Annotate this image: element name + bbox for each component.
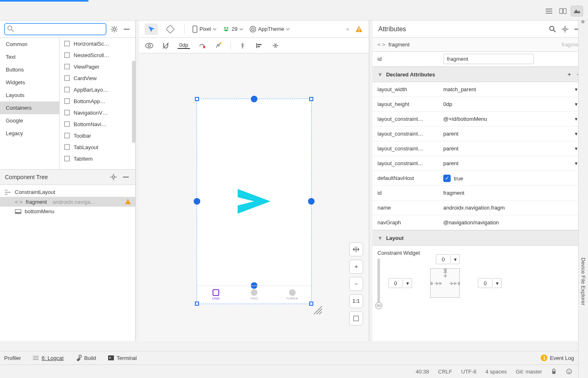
view-options-icon[interactable] (145, 41, 154, 50)
api-dropdown[interactable]: 29 (222, 25, 243, 33)
tree-node[interactable]: bottomMenu (0, 207, 135, 216)
constraint-widget[interactable]: 0▾ (416, 258, 474, 308)
palette-item[interactable]: ViewPager (60, 61, 135, 72)
warning-icon[interactable] (355, 25, 363, 33)
tool-terminal[interactable]: Terminal (108, 355, 137, 361)
chevron-down-icon[interactable]: ▾ (575, 131, 578, 137)
attr-add-icon[interactable]: ＋ (565, 70, 574, 79)
attr-row[interactable]: nameandroidx.navigation.fragm (373, 201, 588, 215)
attr-row[interactable]: layout_height0dp▾ (373, 97, 588, 112)
attr-row[interactable]: layout_constraint…parent▾ (373, 141, 588, 156)
infer-constraints-icon[interactable] (214, 41, 223, 50)
svg-point-82 (569, 371, 570, 371)
side-tab-device-explorer[interactable]: Device File Explorer (579, 254, 588, 309)
svg-rect-24 (65, 110, 69, 115)
svg-point-80 (567, 369, 572, 374)
palette-item[interactable]: HorizontalSc… (60, 38, 135, 49)
status-indent[interactable]: 4 spaces (485, 369, 507, 375)
zoom-reset-icon[interactable]: 1:1 (349, 294, 363, 308)
svg-rect-26 (65, 133, 69, 138)
palette-item[interactable]: TabItem (60, 153, 135, 164)
magnet-icon[interactable] (161, 41, 170, 50)
zoom-fit-icon[interactable] (349, 311, 363, 325)
tool-logcat[interactable]: 6: Logcat (32, 355, 64, 361)
resize-handle-icon[interactable] (312, 304, 323, 315)
palette-minimize-icon[interactable] (122, 25, 131, 34)
status-caret[interactable]: 40:38 (416, 369, 429, 375)
palette-category[interactable]: Buttons (0, 63, 59, 76)
section-toggle-icon[interactable]: ▼ (377, 235, 383, 241)
view-mode-design-icon[interactable] (571, 6, 583, 16)
palette-item[interactable]: TabLayout (60, 141, 135, 153)
palette-category[interactable]: Layouts (0, 89, 59, 101)
pack-icon[interactable] (271, 41, 280, 50)
svg-point-41 (250, 26, 256, 32)
chevron-down-icon[interactable]: ▾ (575, 145, 578, 152)
palette-item[interactable]: NestedScroll… (60, 49, 135, 61)
palette-item[interactable]: NavigationV… (60, 107, 135, 118)
tool-build[interactable]: Build (75, 355, 96, 361)
attr-row[interactable]: navGraph@navigation/navigation (373, 215, 588, 230)
svg-line-61 (319, 311, 322, 314)
chevron-down-icon[interactable]: ▾ (575, 160, 578, 166)
attr-row[interactable]: defaultNavHost✓true (373, 171, 588, 186)
section-toggle-icon[interactable]: ▼ (377, 71, 383, 78)
status-lock-icon[interactable] (551, 369, 557, 374)
palette-category[interactable]: Text (0, 51, 59, 63)
tree-node[interactable]: < >fragmentandroidx.naviga… (0, 197, 135, 207)
attr-row[interactable]: idfragment (373, 186, 588, 201)
device-dropdown[interactable]: Pixel (192, 25, 217, 33)
attr-id-input[interactable]: fragment (443, 54, 534, 64)
surface-select-icon[interactable] (145, 23, 158, 35)
tool-eventlog[interactable]: 1Event Log (541, 355, 574, 361)
guidelines-icon[interactable] (238, 41, 247, 50)
palette-search[interactable] (4, 23, 106, 35)
status-git[interactable]: Git: master (516, 369, 542, 375)
surface-blueprint-icon[interactable] (164, 23, 177, 35)
toolbar-overflow-icon[interactable]: » (346, 26, 349, 32)
cw-left[interactable]: 0▾ (388, 278, 412, 288)
palette-category[interactable]: Common (0, 38, 59, 51)
view-mode-code-icon[interactable] (543, 6, 555, 16)
palette-item[interactable]: Toolbar (60, 130, 135, 141)
chevron-down-icon[interactable]: ▾ (575, 101, 578, 107)
component-tree-minimize-icon[interactable] (121, 173, 130, 182)
palette-item[interactable]: AppBarLayo… (60, 84, 135, 95)
default-margin-input[interactable]: 0dp (178, 42, 190, 49)
zoom-in-icon[interactable]: ＋ (349, 260, 363, 274)
attr-row[interactable]: layout_constraint…parent▾ (373, 127, 588, 141)
chevron-down-icon[interactable]: ▾ (575, 86, 578, 92)
attr-row[interactable]: layout_widthmatch_parent▾ (373, 82, 588, 97)
theme-dropdown[interactable]: AppTheme (249, 25, 290, 33)
component-tree-settings-icon[interactable] (109, 173, 118, 182)
svg-point-6 (8, 26, 12, 30)
chevron-down-icon[interactable]: ▾ (575, 116, 578, 122)
align-icon[interactable] (255, 41, 264, 50)
zoom-out-icon[interactable]: － (349, 277, 363, 291)
palette-item[interactable]: CardView (60, 72, 135, 84)
palette-category[interactable]: Containers (0, 101, 59, 114)
pan-icon[interactable] (349, 242, 363, 256)
svg-line-15 (116, 27, 117, 28)
tool-profiler[interactable]: Profiler (4, 355, 21, 361)
tree-node[interactable]: ConstraintLayout (0, 187, 135, 197)
attr-row[interactable]: layout_constraint…parent▾ (373, 156, 588, 171)
attributes-settings-icon[interactable] (560, 25, 569, 34)
view-mode-split-icon[interactable] (557, 6, 569, 16)
status-encoding[interactable]: UTF-8 (461, 369, 477, 375)
palette-settings-icon[interactable] (110, 25, 119, 34)
palette-item[interactable]: BottomApp… (60, 95, 135, 107)
cw-right[interactable]: 0▾ (478, 278, 502, 288)
bias-slider[interactable]: 50 (377, 258, 380, 308)
status-inspector-icon[interactable] (566, 368, 572, 375)
status-line-sep[interactable]: CRLF (438, 369, 452, 375)
palette-search-input[interactable] (16, 25, 103, 32)
clear-constraints-icon[interactable] (197, 41, 206, 50)
palette-category[interactable]: Widgets (0, 76, 59, 89)
palette-category[interactable]: Legacy (0, 127, 59, 140)
attr-row[interactable]: layout_constraint…@+id/bottomMenu▾ (373, 112, 588, 127)
design-preview[interactable]: ONE TWO THREE (197, 99, 312, 304)
attributes-search-icon[interactable] (548, 25, 557, 34)
palette-category[interactable]: Google (0, 114, 59, 127)
palette-item[interactable]: BottomNavi… (60, 118, 135, 130)
